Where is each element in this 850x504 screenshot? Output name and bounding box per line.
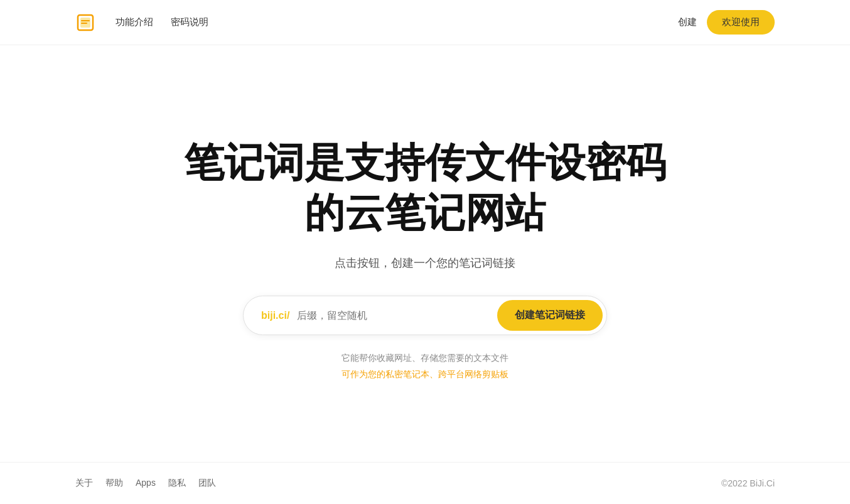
- footer: 关于 帮助 Apps 隐私 团队 ©2022 BiJi.Ci: [0, 462, 850, 504]
- header: 功能介绍 密码说明 创建 欢迎使用: [0, 0, 850, 45]
- hero-title-line1: 笔记词是支持传文件设密码: [184, 140, 666, 185]
- url-prefix-domain: biji.ci/: [261, 310, 289, 321]
- footer-link-team[interactable]: 团队: [198, 478, 216, 489]
- hero-desc-line1: 它能帮你收藏网址、存储您需要的文本文件: [342, 350, 508, 366]
- create-link-button[interactable]: 创建笔记词链接: [497, 300, 603, 331]
- logo[interactable]: [75, 13, 95, 33]
- create-text-link[interactable]: 创建: [678, 16, 697, 28]
- main-content: 笔记词是支持传文件设密码 的云笔记网站 点击按钮，创建一个您的笔记词链接 bij…: [0, 45, 850, 462]
- nav-password[interactable]: 密码说明: [171, 16, 208, 28]
- header-right: 创建 欢迎使用: [678, 10, 775, 35]
- footer-copyright: ©2022 BiJi.Ci: [721, 478, 775, 488]
- footer-link-privacy[interactable]: 隐私: [168, 478, 186, 489]
- nav-features[interactable]: 功能介绍: [116, 16, 153, 28]
- footer-links: 关于 帮助 Apps 隐私 团队: [75, 478, 216, 489]
- footer-link-about[interactable]: 关于: [75, 478, 93, 489]
- hero-title-line2: 的云笔记网站: [304, 190, 546, 235]
- welcome-button[interactable]: 欢迎使用: [707, 10, 775, 35]
- hero-subtitle: 点击按钮，创建一个您的笔记词链接: [335, 255, 515, 271]
- hero-desc-line2: 可作为您的私密笔记本、跨平台网络剪贴板: [342, 367, 508, 382]
- hero-title: 笔记词是支持传文件设密码 的云笔记网站: [184, 137, 666, 238]
- main-nav: 功能介绍 密码说明: [116, 16, 678, 28]
- footer-link-help[interactable]: 帮助: [105, 478, 123, 489]
- url-prefix: biji.ci/: [261, 310, 289, 321]
- hero-description: 它能帮你收藏网址、存储您需要的文本文件 可作为您的私密笔记本、跨平台网络剪贴板: [342, 350, 508, 382]
- url-suffix-input[interactable]: [289, 305, 497, 326]
- url-input-row: biji.ci/ 创建笔记词链接: [243, 296, 607, 335]
- footer-link-apps[interactable]: Apps: [136, 478, 156, 489]
